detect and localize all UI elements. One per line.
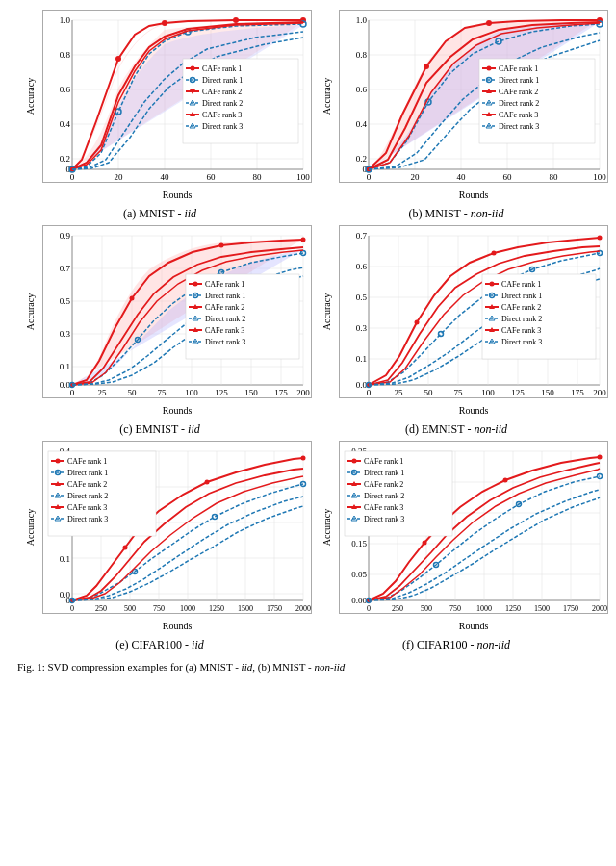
svg-text:100: 100 <box>593 172 606 182</box>
chart-area-d: 0.0 0.1 0.3 0.5 0.6 0.7 0 25 50 75 100 1… <box>339 225 608 398</box>
svg-text:CAFe rank 3: CAFe rank 3 <box>205 326 244 335</box>
svg-text:750: 750 <box>153 604 165 613</box>
svg-text:Direct rank 3: Direct rank 3 <box>499 122 539 131</box>
svg-point-191 <box>415 320 420 325</box>
svg-point-143 <box>193 282 198 287</box>
svg-point-35 <box>191 66 195 71</box>
svg-text:Direct rank 2: Direct rank 2 <box>364 492 404 500</box>
svg-point-86 <box>487 66 492 71</box>
svg-text:CAFe rank 2: CAFe rank 2 <box>501 303 541 312</box>
svg-text:CAFe rank 1: CAFe rank 1 <box>499 64 538 73</box>
svg-text:1500: 1500 <box>534 604 550 613</box>
svg-text:1.0: 1.0 <box>356 15 368 25</box>
svg-text:0.3: 0.3 <box>60 329 71 339</box>
svg-text:500: 500 <box>421 604 432 613</box>
caption-d: (d) EMNIST - non-iid <box>405 422 507 437</box>
svg-text:250: 250 <box>95 604 107 613</box>
svg-text:Direct rank 3: Direct rank 3 <box>202 122 243 131</box>
svg-point-314 <box>352 459 357 464</box>
svg-point-135 <box>219 243 224 248</box>
svg-text:Direct rank 1: Direct rank 1 <box>67 469 108 477</box>
chart-cell-d: Accuracy <box>312 225 601 437</box>
page: Accuracy <box>0 0 616 866</box>
chart-svg-f: 0.00 0.05 0.15 0.25 0.30 0.35 0 250 500 … <box>340 442 609 615</box>
svg-text:100: 100 <box>481 388 495 397</box>
svg-text:0.8: 0.8 <box>60 50 71 60</box>
svg-text:CAFe rank 2: CAFe rank 2 <box>202 88 242 96</box>
svg-text:Direct rank 1: Direct rank 1 <box>501 292 542 300</box>
svg-point-253 <box>213 515 218 520</box>
caption-b: (b) MNIST - non-iid <box>409 207 504 221</box>
chart-area-f: 0.00 0.05 0.15 0.25 0.30 0.35 0 250 500 … <box>339 441 608 614</box>
chart-wrapper-b: Accuracy 0 <box>339 10 608 183</box>
svg-text:0.9: 0.9 <box>60 231 71 241</box>
svg-point-249 <box>205 480 210 485</box>
svg-text:75: 75 <box>158 388 167 397</box>
svg-text:60: 60 <box>207 172 217 182</box>
svg-text:80: 80 <box>550 172 559 182</box>
svg-point-25 <box>116 56 121 62</box>
chart-svg-c: 0.0 0.1 0.3 0.5 0.7 0.9 0 25 50 75 100 1… <box>43 226 313 399</box>
svg-text:0.6: 0.6 <box>356 262 368 271</box>
svg-text:0: 0 <box>70 604 74 613</box>
svg-text:50: 50 <box>128 388 138 397</box>
svg-text:175: 175 <box>571 388 584 397</box>
svg-text:40: 40 <box>457 172 467 182</box>
svg-text:20: 20 <box>411 172 421 182</box>
y-axis-label-a: Accuracy <box>25 78 36 115</box>
svg-text:Direct rank 3: Direct rank 3 <box>205 338 245 346</box>
svg-point-248 <box>123 546 128 550</box>
chart-cell-e: Accuracy <box>15 441 304 652</box>
svg-point-26 <box>162 20 167 26</box>
svg-point-27 <box>233 17 239 23</box>
svg-text:0.7: 0.7 <box>356 231 368 241</box>
svg-text:1250: 1250 <box>209 604 224 613</box>
row-emnist: Accuracy <box>4 223 612 439</box>
svg-text:Direct rank 2: Direct rank 2 <box>205 315 245 323</box>
svg-text:40: 40 <box>161 172 170 182</box>
svg-text:CAFe rank 1: CAFe rank 1 <box>364 457 403 466</box>
svg-text:CAFe rank 1: CAFe rank 1 <box>202 64 242 73</box>
svg-point-193 <box>598 236 603 241</box>
svg-text:1500: 1500 <box>238 604 253 613</box>
svg-text:500: 500 <box>124 604 136 613</box>
y-axis-label-b: Accuracy <box>321 78 332 115</box>
svg-text:1000: 1000 <box>476 604 492 613</box>
svg-text:25: 25 <box>98 388 108 397</box>
svg-text:1.0: 1.0 <box>60 15 71 25</box>
svg-text:0: 0 <box>367 604 371 613</box>
svg-text:CAFe rank 3: CAFe rank 3 <box>202 111 242 119</box>
x-axis-label-c: Rounds <box>163 405 192 416</box>
svg-text:50: 50 <box>424 388 434 397</box>
chart-area-e: 0 0.0 0.1 0.2 0.3 0.4 0 250 500 750 1000… <box>42 441 312 614</box>
svg-point-192 <box>492 251 497 256</box>
svg-text:Direct rank 1: Direct rank 1 <box>205 292 245 300</box>
svg-text:CAFe rank 3: CAFe rank 3 <box>501 326 541 335</box>
svg-text:2000: 2000 <box>592 604 607 613</box>
svg-point-305 <box>423 541 427 546</box>
chart-cell-c: Accuracy <box>15 225 304 437</box>
svg-text:CAFe rank 3: CAFe rank 3 <box>364 503 403 512</box>
svg-text:250: 250 <box>392 604 403 613</box>
svg-text:0.0: 0.0 <box>356 380 368 390</box>
row-cifar: Accuracy <box>4 439 612 654</box>
caption-e: (e) CIFAR100 - iid <box>116 638 203 652</box>
svg-point-77 <box>424 64 429 69</box>
svg-text:100: 100 <box>296 172 310 182</box>
chart-area-c: 0.0 0.1 0.3 0.5 0.7 0.9 0 25 50 75 100 1… <box>42 225 312 398</box>
svg-text:Direct rank 3: Direct rank 3 <box>67 515 108 523</box>
chart-wrapper-e: Accuracy <box>42 441 312 614</box>
chart-wrapper-f: Accuracy <box>339 441 608 614</box>
svg-text:0.7: 0.7 <box>60 264 71 273</box>
svg-text:Direct rank 1: Direct rank 1 <box>202 76 243 85</box>
svg-text:200: 200 <box>296 388 310 397</box>
svg-text:0: 0 <box>367 172 372 182</box>
svg-point-250 <box>301 456 306 461</box>
svg-text:CAFe rank 2: CAFe rank 2 <box>205 303 244 312</box>
caption-c: (c) EMNIST - iid <box>119 422 199 437</box>
svg-text:CAFe rank 2: CAFe rank 2 <box>67 480 107 489</box>
svg-text:CAFe rank 2: CAFe rank 2 <box>364 480 403 489</box>
svg-text:Direct rank 2: Direct rank 2 <box>501 315 542 323</box>
y-axis-label-f: Accuracy <box>321 509 332 546</box>
svg-text:125: 125 <box>215 388 228 397</box>
